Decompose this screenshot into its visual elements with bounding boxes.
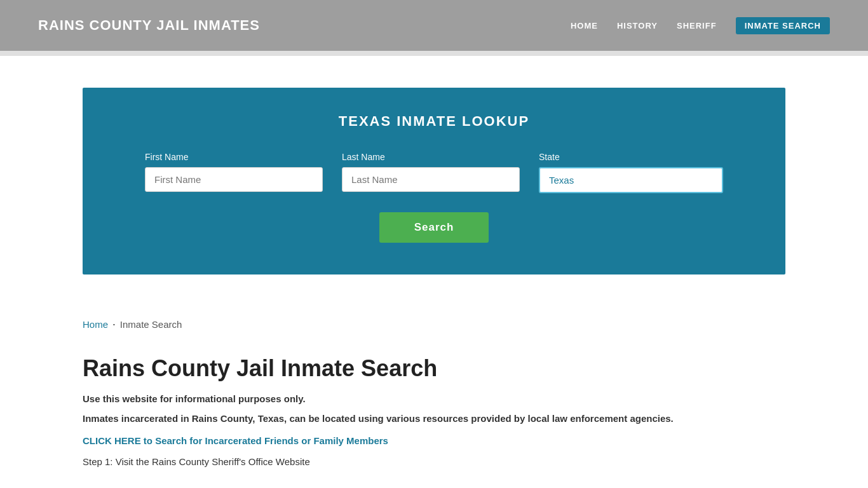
nav-sheriff[interactable]: SHERIFF bbox=[677, 21, 717, 30]
search-section: TEXAS INMATE LOOKUP First Name Last Name… bbox=[83, 88, 785, 274]
first-name-label: First Name bbox=[145, 152, 323, 162]
main-content: Rains County Jail Inmate Search Use this… bbox=[0, 342, 868, 488]
state-group: State bbox=[539, 152, 723, 193]
page-title: Rains County Jail Inmate Search bbox=[83, 355, 785, 382]
state-label: State bbox=[539, 152, 723, 162]
breadcrumb: Home • Inmate Search bbox=[0, 306, 868, 342]
search-button[interactable]: Search bbox=[379, 212, 489, 243]
last-name-input[interactable] bbox=[342, 167, 520, 192]
step-1-text: Step 1: Visit the Rains County Sheriff's… bbox=[83, 456, 785, 467]
state-input[interactable] bbox=[539, 167, 723, 193]
site-title: RAINS COUNTY JAIL INMATES bbox=[38, 17, 260, 34]
first-name-input[interactable] bbox=[145, 167, 323, 192]
nav-inmate-search[interactable]: INMATE SEARCH bbox=[736, 17, 830, 34]
last-name-group: Last Name bbox=[342, 152, 520, 193]
click-here-link[interactable]: CLICK HERE to Search for Incarcerated Fr… bbox=[83, 435, 785, 446]
nav-home[interactable]: HOME bbox=[571, 21, 598, 30]
breadcrumb-current-page: Inmate Search bbox=[120, 319, 182, 330]
breadcrumb-separator: • bbox=[113, 322, 115, 327]
search-fields: First Name Last Name State bbox=[121, 152, 747, 193]
header-bottom-bar bbox=[0, 51, 868, 56]
breadcrumb-home-link[interactable]: Home bbox=[83, 319, 108, 330]
info-text-1: Use this website for informational purpo… bbox=[83, 393, 785, 404]
site-header: RAINS COUNTY JAIL INMATES HOME HISTORY S… bbox=[0, 0, 868, 51]
info-text-2: Inmates incarcerated in Rains County, Te… bbox=[83, 413, 785, 424]
main-nav: HOME HISTORY SHERIFF INMATE SEARCH bbox=[571, 17, 830, 34]
search-button-container: Search bbox=[121, 212, 747, 243]
first-name-group: First Name bbox=[145, 152, 323, 193]
lookup-title: TEXAS INMATE LOOKUP bbox=[121, 113, 747, 130]
nav-history[interactable]: HISTORY bbox=[617, 21, 658, 30]
last-name-label: Last Name bbox=[342, 152, 520, 162]
